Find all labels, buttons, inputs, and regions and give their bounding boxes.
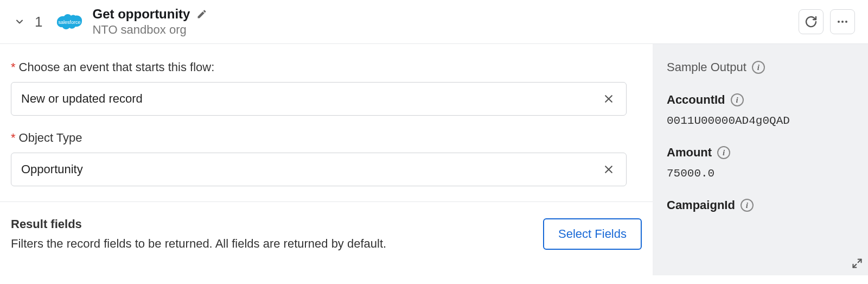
edit-icon[interactable] <box>196 9 207 20</box>
result-fields-description: Filters the record fields to be returned… <box>11 237 543 251</box>
info-icon[interactable]: i <box>731 93 744 106</box>
result-fields-title: Result fields <box>11 217 543 231</box>
info-icon[interactable]: i <box>717 146 730 159</box>
step-number: 1 <box>35 14 42 30</box>
step-subtitle: NTO sandbox org <box>92 23 207 37</box>
output-key: CampaignId <box>667 198 735 212</box>
output-value: 75000.0 <box>667 167 854 180</box>
output-key: AccountId <box>667 93 725 107</box>
svg-point-3 <box>845 21 847 23</box>
select-fields-button[interactable]: Select Fields <box>543 218 642 250</box>
collapse-toggle[interactable] <box>13 15 26 28</box>
required-marker: * <box>11 131 16 145</box>
output-value: 0011U00000AD4g0QAD <box>667 115 854 127</box>
result-fields-row: Result fields Filters the record fields … <box>11 202 642 251</box>
output-field: Amount i 75000.0 <box>667 146 854 180</box>
info-icon[interactable]: i <box>741 199 754 212</box>
expand-icon[interactable] <box>852 258 863 271</box>
clear-object-icon[interactable] <box>601 162 616 177</box>
object-type-label: * Object Type <box>11 131 642 145</box>
config-form: * Choose an event that starts this flow:… <box>0 44 653 275</box>
svg-text:salesforce: salesforce <box>59 20 81 25</box>
sample-output-panel: Sample Output i AccountId i 0011U00000AD… <box>653 44 868 275</box>
salesforce-icon: salesforce <box>54 11 85 33</box>
more-actions-button[interactable] <box>830 9 855 34</box>
event-value: New or updated record <box>21 92 601 106</box>
step-title-block: Get opportunity NTO sandbox org <box>92 7 207 37</box>
svg-point-1 <box>838 21 840 23</box>
object-type-select[interactable]: Opportunity <box>11 153 627 186</box>
step-header: 1 salesforce Get opportunity NTO sandbox… <box>0 0 868 44</box>
output-key: Amount <box>667 146 712 160</box>
output-field: CampaignId i <box>667 198 854 212</box>
object-type-value: Opportunity <box>21 162 601 176</box>
step-title: Get opportunity <box>92 7 190 22</box>
event-label: * Choose an event that starts this flow: <box>11 60 642 74</box>
info-icon[interactable]: i <box>752 61 765 74</box>
output-field: AccountId i 0011U00000AD4g0QAD <box>667 93 854 127</box>
event-select[interactable]: New or updated record <box>11 82 627 116</box>
clear-event-icon[interactable] <box>601 91 616 106</box>
sample-output-title: Sample Output i <box>667 60 854 74</box>
svg-point-2 <box>841 21 844 23</box>
required-marker: * <box>11 60 16 74</box>
refresh-button[interactable] <box>799 9 824 34</box>
